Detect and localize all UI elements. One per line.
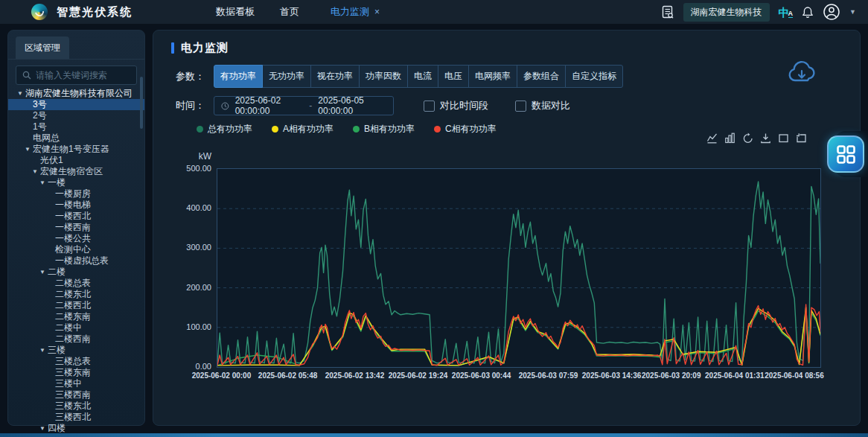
- time-end-value[interactable]: 2025-06-05 00:00:00: [318, 95, 386, 116]
- sidebar-scrollbar[interactable]: [140, 77, 143, 129]
- title-accent-bar: [171, 42, 174, 54]
- x-tick-label: 2025-06-03 20:09: [642, 371, 701, 380]
- legend-item[interactable]: A相有功功率: [272, 123, 334, 135]
- quick-nav-button[interactable]: [827, 135, 864, 173]
- app-logo-icon: [31, 4, 48, 20]
- line-chart-icon[interactable]: [706, 133, 718, 144]
- tree-item[interactable]: ▼一楼: [8, 177, 144, 188]
- tree-item[interactable]: 1号: [8, 121, 144, 133]
- zoom-box-icon[interactable]: [778, 133, 789, 144]
- tree-item[interactable]: ▼湖南宏健生物科技有限公司: [8, 88, 144, 99]
- tree-item[interactable]: 一楼厨房: [8, 188, 144, 200]
- tab-power-monitoring[interactable]: 电力监测 ×: [331, 5, 380, 19]
- tab-close-icon[interactable]: ×: [374, 7, 380, 17]
- tree-expand-icon[interactable]: ▼: [39, 425, 48, 432]
- document-icon[interactable]: [661, 5, 674, 19]
- restore-icon[interactable]: [742, 133, 753, 144]
- legend-item[interactable]: B相有功功率: [353, 123, 415, 135]
- translate-icon[interactable]: 中A: [779, 7, 794, 18]
- tree-item[interactable]: 二楼东南: [8, 311, 144, 322]
- time-start-value[interactable]: 2025-06-02 00:00:00: [235, 95, 304, 116]
- params-label: 参数：: [176, 70, 205, 83]
- tree-expand-icon[interactable]: ▼: [32, 168, 40, 175]
- tree-item[interactable]: 一楼西南: [8, 222, 144, 233]
- tree-item[interactable]: 三楼西南: [8, 389, 144, 401]
- checkbox-compare-period[interactable]: 对比时间段: [424, 99, 488, 112]
- page-title: 电力监测: [171, 41, 229, 55]
- caret-down-icon[interactable]: ▼: [849, 8, 856, 16]
- param-button[interactable]: 视在功率: [310, 65, 360, 88]
- tree-item[interactable]: ▼宏健生物1号变压器: [8, 144, 144, 155]
- time-label: 时间：: [176, 99, 205, 112]
- param-button[interactable]: 无功功率: [262, 65, 311, 88]
- tree-item[interactable]: 检测中心: [8, 244, 144, 255]
- param-button[interactable]: 电压: [438, 65, 469, 88]
- tree-item[interactable]: 2号: [8, 110, 144, 121]
- params-row: 参数： 有功功率无功功率视在功率功率因数电流电压电网频率参数组合自定义指标: [176, 65, 623, 88]
- avatar-icon[interactable]: [823, 3, 840, 21]
- tree-expand-icon[interactable]: ▼: [39, 269, 48, 275]
- tree-item[interactable]: 电网总: [8, 133, 144, 144]
- tree-item[interactable]: 二楼东北: [8, 289, 144, 300]
- x-tick-label: 2025-06-02 13:42: [325, 371, 385, 380]
- tree-item[interactable]: ▼宏健生物宿舍区: [8, 166, 144, 177]
- download-icon[interactable]: [760, 133, 771, 144]
- grid-apps-icon: [836, 144, 856, 165]
- tree-item[interactable]: 三楼西北: [8, 412, 144, 423]
- tree-item[interactable]: ▼四楼: [8, 423, 144, 434]
- chart-legend: 总有功功率A相有功功率B相有功功率C相有功功率: [197, 123, 497, 135]
- y-tick-label: 200.00: [174, 283, 211, 292]
- tree-expand-icon[interactable]: ▼: [39, 179, 48, 186]
- x-tick-label: 2025-06-03 07:59: [519, 371, 578, 380]
- legend-dot-icon: [197, 126, 203, 133]
- tree-expand-icon[interactable]: ▼: [39, 347, 48, 354]
- nav-item-dashboard[interactable]: 数据看板: [216, 5, 255, 19]
- sidebar-tabbar: 区域管理: [8, 31, 144, 60]
- cloud-download-icon[interactable]: [787, 60, 817, 89]
- tree-item[interactable]: 一楼电梯: [8, 200, 144, 211]
- x-tick-label: 2025-06-03 14:36: [582, 371, 642, 380]
- tree-item[interactable]: 二楼西北: [8, 300, 144, 311]
- tree-item[interactable]: 二楼总表: [8, 278, 144, 289]
- tree-item[interactable]: 一楼西北: [8, 211, 144, 222]
- tree-item[interactable]: ▼三楼: [8, 345, 144, 356]
- legend-item[interactable]: 总有功功率: [197, 123, 252, 135]
- tree-item[interactable]: 三楼东北: [8, 401, 144, 412]
- checkbox-data-compare-box[interactable]: [515, 101, 526, 112]
- checkbox-compare-period-box[interactable]: [424, 101, 435, 112]
- param-button[interactable]: 参数组合: [517, 65, 566, 88]
- search-input[interactable]: 请输入关键词搜索: [16, 66, 137, 85]
- tab-region-management[interactable]: 区域管理: [16, 36, 69, 59]
- zoom-reset-icon[interactable]: [796, 133, 807, 144]
- bar-chart-icon[interactable]: [724, 133, 735, 144]
- tree-expand-icon[interactable]: ▼: [17, 90, 25, 97]
- tree-item[interactable]: 三楼东南: [8, 367, 144, 378]
- company-badge[interactable]: 湖南宏健生物科技: [683, 3, 770, 22]
- header-nav: 数据看板 首页: [216, 5, 299, 19]
- tree-item[interactable]: 二楼西南: [8, 334, 144, 345]
- param-button[interactable]: 电流: [407, 65, 438, 88]
- date-range-input[interactable]: 2025-06-02 00:00:00 - 2025-06-05 00:00:0…: [214, 96, 394, 115]
- tree-item[interactable]: 三楼总表: [8, 356, 144, 367]
- y-tick-label: 300.00: [174, 243, 211, 252]
- param-button[interactable]: 自定义指标: [565, 65, 623, 88]
- checkbox-data-compare[interactable]: 数据对比: [515, 99, 570, 112]
- tree-item[interactable]: 光伏1: [8, 155, 144, 166]
- param-button[interactable]: 有功功率: [214, 65, 263, 88]
- tree-item[interactable]: 一楼虚拟总表: [8, 255, 144, 267]
- power-line-chart[interactable]: [217, 168, 821, 368]
- tree-expand-icon[interactable]: ▼: [25, 146, 33, 153]
- tree-item[interactable]: ▼二楼: [8, 267, 144, 278]
- bell-icon[interactable]: [802, 6, 814, 19]
- tree-item[interactable]: 三楼中: [8, 378, 144, 389]
- nav-item-home[interactable]: 首页: [280, 5, 299, 19]
- param-button[interactable]: 电网频率: [468, 65, 517, 88]
- chart-toolbox: [706, 133, 807, 144]
- tree-item[interactable]: 3号: [8, 99, 144, 110]
- y-tick-label: 0.00: [174, 362, 211, 371]
- legend-label: B相有功功率: [364, 123, 415, 135]
- tree-item[interactable]: 一楼公共: [8, 233, 144, 244]
- legend-item[interactable]: C相有功功率: [434, 123, 497, 135]
- tree-item[interactable]: 二楼中: [8, 322, 144, 334]
- param-button[interactable]: 功率因数: [359, 65, 408, 88]
